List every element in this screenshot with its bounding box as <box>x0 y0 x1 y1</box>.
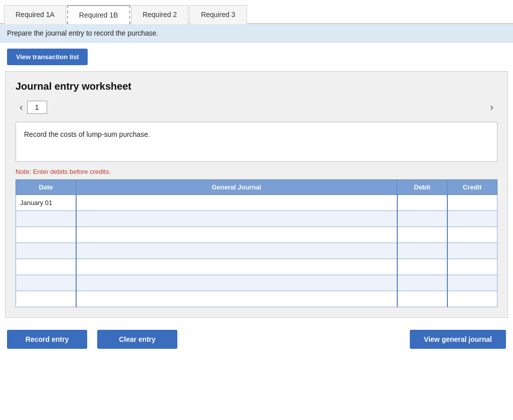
cell-journal[interactable] <box>76 227 397 243</box>
cell-journal[interactable] <box>76 291 397 307</box>
record-entry-button[interactable]: Record entry <box>7 330 87 349</box>
cell-debit[interactable] <box>397 275 447 291</box>
debit-input[interactable] <box>398 195 447 211</box>
journal-table: Date General Journal Debit Credit Januar… <box>16 179 497 307</box>
table-row <box>16 275 497 291</box>
cell-date <box>16 291 76 307</box>
tab-req1a[interactable]: Required 1A <box>4 5 66 24</box>
table-row <box>16 259 497 275</box>
toolbar: View transaction list <box>0 43 513 71</box>
credit-input[interactable] <box>448 243 497 259</box>
table-row <box>16 243 497 259</box>
debit-input[interactable] <box>398 291 447 307</box>
credit-input[interactable] <box>448 195 497 211</box>
table-row <box>16 291 497 307</box>
cell-credit[interactable] <box>447 195 497 211</box>
cell-journal[interactable] <box>76 211 397 227</box>
col-header-credit: Credit <box>447 180 497 195</box>
debit-input[interactable] <box>398 243 447 259</box>
cell-debit[interactable] <box>397 211 447 227</box>
prev-page-button[interactable]: ‹ <box>16 99 27 115</box>
cell-journal[interactable] <box>76 243 397 259</box>
cell-credit[interactable] <box>447 275 497 291</box>
journal-input[interactable] <box>77 291 397 307</box>
cell-credit[interactable] <box>447 211 497 227</box>
view-transaction-button[interactable]: View transaction list <box>7 49 88 65</box>
cell-date <box>16 227 76 243</box>
cell-date <box>16 275 76 291</box>
journal-input[interactable] <box>77 195 397 211</box>
credit-input[interactable] <box>448 275 497 291</box>
cell-date <box>16 211 76 227</box>
journal-input[interactable] <box>77 243 397 259</box>
page-nav: ‹ 1 › <box>16 99 497 115</box>
bottom-buttons: Record entry Clear entry View general jo… <box>0 323 513 356</box>
worksheet-title: Journal entry worksheet <box>16 81 497 92</box>
cell-debit[interactable] <box>397 243 447 259</box>
note-text: Note: Enter debits before credits. <box>16 168 497 175</box>
cell-debit[interactable] <box>397 291 447 307</box>
cell-debit[interactable] <box>397 259 447 275</box>
instruction-bar: Prepare the journal entry to record the … <box>0 24 513 43</box>
debit-input[interactable] <box>398 211 447 227</box>
debit-input[interactable] <box>398 259 447 275</box>
table-row <box>16 211 497 227</box>
journal-input[interactable] <box>77 259 397 275</box>
cell-credit[interactable] <box>447 291 497 307</box>
journal-input[interactable] <box>77 227 397 243</box>
credit-input[interactable] <box>448 227 497 243</box>
credit-input[interactable] <box>448 211 497 227</box>
col-header-debit: Debit <box>397 180 447 195</box>
table-row <box>16 227 497 243</box>
tabs-bar: Required 1A Required 1B Required 2 Requi… <box>0 0 513 24</box>
journal-input[interactable] <box>77 275 397 291</box>
cell-debit[interactable] <box>397 195 447 211</box>
cell-date <box>16 243 76 259</box>
worksheet-container: Journal entry worksheet ‹ 1 › Record the… <box>5 71 508 318</box>
debit-input[interactable] <box>398 227 447 243</box>
clear-entry-button[interactable]: Clear entry <box>97 330 177 349</box>
cell-credit[interactable] <box>447 259 497 275</box>
col-header-date: Date <box>16 180 76 195</box>
instruction-text: Prepare the journal entry to record the … <box>7 29 158 37</box>
cell-journal[interactable] <box>76 275 397 291</box>
cell-credit[interactable] <box>447 227 497 243</box>
entry-description: Record the costs of lump-sum purchase. <box>16 122 497 162</box>
credit-input[interactable] <box>448 291 497 307</box>
tab-req1b[interactable]: Required 1B <box>67 5 130 24</box>
journal-input[interactable] <box>77 211 397 227</box>
tab-req2[interactable]: Required 2 <box>131 5 189 24</box>
cell-journal[interactable] <box>76 195 397 211</box>
cell-credit[interactable] <box>447 243 497 259</box>
page-number: 1 <box>27 101 47 114</box>
cell-debit[interactable] <box>397 227 447 243</box>
cell-date: January 01 <box>16 195 76 211</box>
credit-input[interactable] <box>448 259 497 275</box>
table-row: January 01 <box>16 195 497 211</box>
view-general-journal-button[interactable]: View general journal <box>410 330 506 349</box>
cell-journal[interactable] <box>76 259 397 275</box>
debit-input[interactable] <box>398 275 447 291</box>
col-header-journal: General Journal <box>76 180 397 195</box>
cell-date <box>16 259 76 275</box>
next-page-button[interactable]: › <box>486 99 497 115</box>
tab-req3[interactable]: Required 3 <box>189 5 247 24</box>
